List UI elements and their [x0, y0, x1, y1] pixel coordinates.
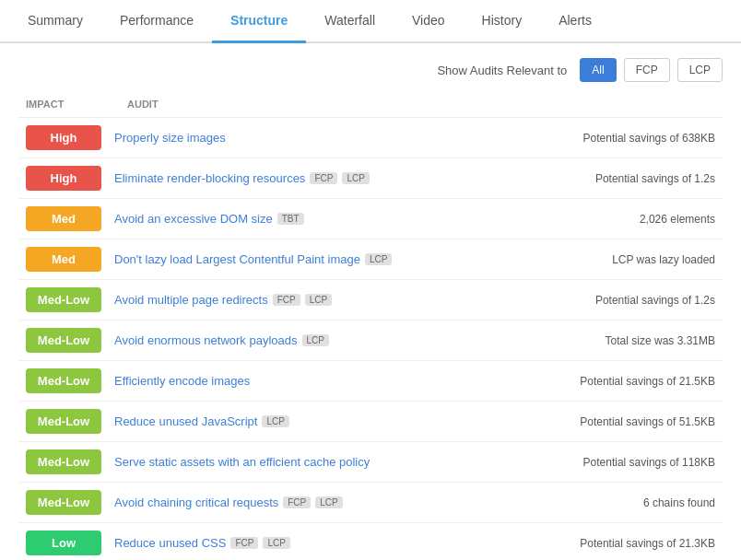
tab-summary[interactable]: Summary — [9, 0, 101, 43]
filter-lcp-button[interactable]: LCP — [677, 58, 723, 82]
audit-tag: LCP — [342, 172, 369, 184]
audit-detail: Potential savings of 1.2s — [503, 172, 715, 185]
tab-history[interactable]: History — [464, 0, 541, 43]
table-row: Med-LowAvoid enormous network payloadsLC… — [18, 321, 723, 361]
audit-tag: LCP — [262, 415, 288, 427]
audit-name-text: Eliminate render-blocking resources — [114, 171, 305, 185]
audit-detail: Potential savings of 51.5KB — [503, 415, 715, 428]
audit-name[interactable]: Avoid chaining critical requestsFCPLCP — [101, 496, 503, 509]
impact-badge: High — [26, 166, 101, 191]
audit-name-text: Reduce unused JavaScript — [114, 414, 257, 428]
audit-tag: LCP — [305, 294, 332, 306]
audit-name-text: Avoid chaining critical requests — [114, 496, 278, 509]
audit-name-text: Avoid multiple page redirects — [114, 293, 268, 307]
audit-detail: Potential savings of 638KB — [503, 132, 715, 145]
audit-tag: LCP — [365, 253, 392, 265]
tab-video[interactable]: Video — [394, 0, 464, 43]
table-row: HighProperly size imagesPotential saving… — [18, 118, 723, 158]
tab-alerts[interactable]: Alerts — [540, 0, 610, 43]
impact-badge: Med-Low — [26, 328, 101, 353]
audit-tag: TBT — [277, 213, 304, 225]
audit-tag: LCP — [302, 334, 329, 346]
table-row: HighEliminate render-blocking resourcesF… — [18, 158, 723, 199]
audit-name-text: Properly size images — [114, 131, 226, 145]
table-row: LowReduce unused CSSFCPLCPPotential savi… — [18, 523, 723, 560]
audit-name[interactable]: Properly size images — [101, 131, 503, 145]
table-row: Med-LowAvoid chaining critical requestsF… — [18, 483, 723, 523]
table-row: MedDon't lazy load Largest Contentful Pa… — [18, 239, 723, 280]
main-content: Show Audits Relevant to All FCP LCP IMPA… — [0, 43, 741, 560]
tab-structure[interactable]: Structure — [212, 0, 306, 43]
audit-detail: 2,026 elements — [503, 213, 715, 226]
col-header-impact: IMPACT — [26, 99, 118, 110]
audit-name-text: Reduce unused CSS — [114, 536, 226, 550]
audit-name[interactable]: Avoid enormous network payloadsLCP — [101, 333, 503, 347]
audit-name[interactable]: Efficiently encode images — [101, 374, 503, 388]
impact-badge: Med — [26, 206, 101, 231]
impact-badge: High — [26, 125, 101, 150]
audit-tag: LCP — [315, 496, 342, 508]
impact-badge: Med-Low — [26, 368, 101, 393]
table-row: Med-LowReduce unused JavaScriptLCPPotent… — [18, 402, 723, 442]
audit-name[interactable]: Eliminate render-blocking resourcesFCPLC… — [101, 171, 503, 185]
table-header: IMPACT AUDIT — [18, 95, 723, 118]
table-row: Med-LowEfficiently encode imagesPotentia… — [18, 361, 723, 402]
audit-detail: 6 chains found — [503, 496, 715, 509]
filter-all-button[interactable]: All — [580, 58, 616, 82]
impact-badge: Med-Low — [26, 409, 101, 434]
tab-bar: Summary Performance Structure Waterfall … — [0, 0, 741, 43]
tab-performance[interactable]: Performance — [101, 0, 212, 43]
impact-badge: Med-Low — [26, 287, 101, 312]
audit-name-text: Avoid an excessive DOM size — [114, 212, 273, 226]
audit-tag: FCP — [310, 172, 337, 184]
audit-tag: FCP — [273, 294, 300, 306]
audit-name-text: Don't lazy load Largest Contentful Paint… — [114, 252, 360, 266]
audit-detail: Potential savings of 21.5KB — [503, 375, 715, 388]
audit-name-text: Avoid enormous network payloads — [114, 333, 298, 347]
audit-list: HighProperly size imagesPotential saving… — [18, 118, 723, 560]
table-row: MedAvoid an excessive DOM sizeTBT2,026 e… — [18, 199, 723, 239]
audit-name[interactable]: Reduce unused CSSFCPLCP — [101, 536, 503, 550]
audit-name[interactable]: Don't lazy load Largest Contentful Paint… — [101, 252, 503, 266]
filter-fcp-button[interactable]: FCP — [624, 58, 670, 82]
impact-badge: Med-Low — [26, 490, 101, 515]
impact-badge: Med-Low — [26, 449, 101, 474]
audit-tag: FCP — [230, 537, 258, 549]
audit-detail: Total size was 3.31MB — [503, 334, 715, 347]
audit-tag: FCP — [283, 496, 311, 508]
audit-name[interactable]: Avoid multiple page redirectsFCPLCP — [101, 293, 503, 307]
col-header-audit: AUDIT — [118, 99, 715, 110]
audit-name-text: Efficiently encode images — [114, 374, 250, 388]
audit-name-text: Serve static assets with an efficient ca… — [114, 455, 370, 469]
tab-waterfall[interactable]: Waterfall — [306, 0, 394, 43]
filter-bar: Show Audits Relevant to All FCP LCP — [18, 58, 723, 82]
filter-label: Show Audits Relevant to — [437, 64, 567, 77]
impact-badge: Low — [26, 531, 101, 555]
table-row: Med-LowServe static assets with an effic… — [18, 442, 723, 483]
table-row: Med-LowAvoid multiple page redirectsFCPL… — [18, 280, 723, 321]
audit-name[interactable]: Avoid an excessive DOM sizeTBT — [101, 212, 503, 226]
audit-detail: Potential savings of 118KB — [503, 456, 715, 469]
audit-tag: LCP — [263, 537, 289, 549]
audit-name[interactable]: Serve static assets with an efficient ca… — [101, 455, 503, 469]
audit-detail: Potential savings of 1.2s — [503, 294, 715, 307]
impact-badge: Med — [26, 247, 101, 272]
audit-detail: LCP was lazy loaded — [503, 253, 715, 266]
audit-name[interactable]: Reduce unused JavaScriptLCP — [101, 414, 503, 428]
audit-detail: Potential savings of 21.3KB — [503, 537, 715, 550]
